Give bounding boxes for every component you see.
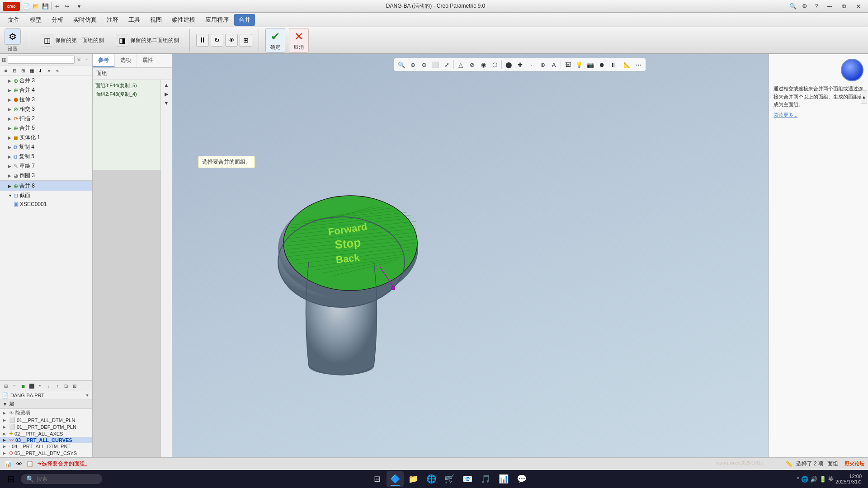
options-button[interactable]: ⊞ [240,34,252,47]
start-button[interactable]: ⊞ [3,471,19,487]
panel-arrow-up-btn[interactable]: ▲ [163,81,170,89]
quick-new-btn[interactable]: 📄 [22,2,31,11]
expander-intersect3[interactable]: ▶ [8,107,14,112]
title-help-btn[interactable]: ? [811,1,822,11]
pause-button[interactable]: ⏸ [196,34,209,47]
title-settings-btn[interactable]: ⚙ [799,1,810,11]
title-search-btn[interactable]: 🔍 [788,1,798,11]
restore-button[interactable]: ⧉ [837,1,851,11]
expander-copy4[interactable]: ▶ [8,145,14,150]
vp-more-btn[interactable]: ⋯ [633,59,644,70]
expander-merge3[interactable]: ▶ [8,79,14,83]
vp-annotation-btn[interactable]: A [548,59,559,70]
vp-edges-btn[interactable]: ⬡ [489,59,500,70]
taskbar-app-edge[interactable]: 🌐 [423,471,440,487]
tree-item-merge5[interactable]: ▶ ⊕ 合并 5 [0,123,92,133]
tree-item-merge3[interactable]: ▶ ⊕ 合并 3 [0,76,92,85]
tree-item-extrude3[interactable]: ▶ ⬢ 拉伸 3 [0,95,92,104]
menu-item-view[interactable]: 视图 [146,14,166,26]
layer-btn7[interactable]: ↑ [53,382,61,390]
quick-save-btn[interactable]: 💾 [41,2,50,11]
layer-btn2[interactable]: ≡ [10,382,19,390]
tree-item-xsec001[interactable]: ▣ XSEC0001 [0,200,92,208]
taskbar-app-creo[interactable]: 🔷 [387,471,404,487]
expander-copy5[interactable]: ▶ [8,155,14,159]
help-link[interactable]: 阅读更多... [774,112,863,118]
panel-item-1[interactable]: 面组3:F44(复制_5) [94,81,159,90]
expander-extrude3[interactable]: ▶ [8,98,14,102]
status-icon-3[interactable]: 📋 [25,460,34,469]
panel-item-2[interactable]: 面组2:F43(复制_4) [94,90,159,99]
vp-zoom-out-btn[interactable]: ⊖ [419,59,429,70]
tree-item-sketch7[interactable]: ▶ ✎ 草绘 7 [0,161,92,171]
panel-arrow-down-btn[interactable]: ▼ [163,99,170,107]
taskbar-search-input[interactable] [37,476,82,482]
ribbon-keep-second-btn[interactable]: ◨ 保留的第二面组的侧 [112,32,183,49]
vp-light-btn[interactable]: 💡 [574,59,585,70]
tree-item-xsec[interactable]: ▼ ⊡ 截面 [0,191,92,200]
close-button[interactable]: ✕ [852,1,865,11]
vp-measure-btn[interactable]: 📐 [622,59,632,70]
layer-btn3[interactable]: ◼ [19,382,27,390]
layer-btn5[interactable]: » [36,382,44,390]
tree-btn1[interactable]: ≡ [2,66,10,75]
confirm-button[interactable]: ✔ 确定 [265,28,285,53]
preview-button[interactable]: 👁 [225,34,238,47]
vp-3dview-btn[interactable]: △ [455,59,466,70]
expander-xsec[interactable]: ▼ [8,193,14,198]
tab-reference[interactable]: 参考 [93,54,115,67]
vp-window-btn[interactable]: ⬜ [430,59,441,70]
tree-item-solidify1[interactable]: ▶ ◼ 实体化 1 [0,133,92,142]
taskbar-app-music[interactable]: 🎵 [477,471,494,487]
quick-undo-btn[interactable]: ↩ [53,2,62,11]
tree-item-merge4[interactable]: ▶ ⊕ 合并 4 [0,85,92,95]
vp-csys-btn[interactable]: ⊕ [537,59,548,70]
tree-item-chamfer3[interactable]: ▶ ◕ 倒圆 3 [0,171,92,181]
menu-item-annotation[interactable]: 注释 [102,14,123,26]
menu-item-apps[interactable]: 应用程序 [201,14,233,26]
quick-open-btn[interactable]: 📂 [31,2,40,11]
vp-zoom-area-btn[interactable]: 🔍 [396,59,407,70]
tree-btn5[interactable]: ⬇ [36,66,44,75]
expander-merge5[interactable]: ▶ [8,126,14,131]
main-viewport[interactable]: 🔍 ⊕ ⊖ ⬜ ⤢ △ ⊘ ◉ ⬡ ⬤ ✚ · ⊕ A 🖼 💡 📷 ⏺ ⏸ 📐 … [172,54,868,470]
layer-item-def-dtm-pln[interactable]: ▶ ⬜ 01__PRT_DEF_DTM_PLN [0,423,92,430]
add-tree-btn[interactable]: + [84,56,91,63]
panel-arrow-right-btn[interactable]: ▶ [163,90,170,98]
vp-zoom-in-btn[interactable]: ⊕ [407,59,418,70]
expander-chamfer3[interactable]: ▶ [8,174,14,178]
layer-item-all-axes[interactable]: ▶ ✚ 02__PRT_ALL_AXES [0,430,92,437]
expander-merge8[interactable]: ▶ [8,184,14,188]
layer-btn9[interactable]: ⊞ [71,382,79,390]
cycle-button[interactable]: ↻ [211,34,223,47]
menu-item-tools[interactable]: 工具 [124,14,145,26]
menu-item-merge[interactable]: 合并 [234,14,255,26]
menu-item-analysis[interactable]: 分析 [47,14,68,26]
menu-item-model[interactable]: 模型 [25,14,46,26]
taskbar-view-btn[interactable]: ⊟ [368,471,386,487]
ribbon-keep-first-btn[interactable]: ◫ 保留的第一面组的侧 [37,32,108,49]
vp-datum-btn[interactable]: ⬤ [503,59,514,70]
quick-more-btn[interactable]: ▼ [75,2,84,11]
file-dropdown-btn[interactable]: ▼ [84,392,90,399]
layer-item-hidden[interactable]: ▶ 👁 隐藏项 [0,409,92,417]
layer-btn1[interactable]: ⊟ [2,382,10,390]
layer-item-all-pnt[interactable]: ▶ · 04__PRT_ALL_DTM_PNT [0,443,92,450]
tray-expand-btn[interactable]: ^ [797,476,799,482]
status-icon-2[interactable]: 👁 [14,460,24,469]
expander-solidify1[interactable]: ▶ [8,136,14,140]
expander-sketch7[interactable]: ▶ [8,164,14,169]
layer-btn4[interactable]: ⬛ [28,382,36,390]
vp-section-btn[interactable]: ⊘ [467,59,477,70]
tree-item-intersect3[interactable]: ▶ ⊗ 相交 3 [0,104,92,114]
layer-section-header[interactable]: ▼ 层 [0,400,92,409]
tree-search-input[interactable] [8,56,75,64]
tab-options[interactable]: 选项 [115,54,137,67]
tree-collapse-btn[interactable]: « [53,66,61,75]
vp-refit-btn[interactable]: ⤢ [441,59,452,70]
tree-btn4[interactable]: ▦ [28,66,36,75]
vp-camera-btn[interactable]: 📷 [585,59,596,70]
vp-record-btn[interactable]: ⏺ [596,59,607,70]
layer-btn8[interactable]: ⊡ [62,382,70,390]
menu-item-simulation[interactable]: 实时仿真 [69,14,101,26]
